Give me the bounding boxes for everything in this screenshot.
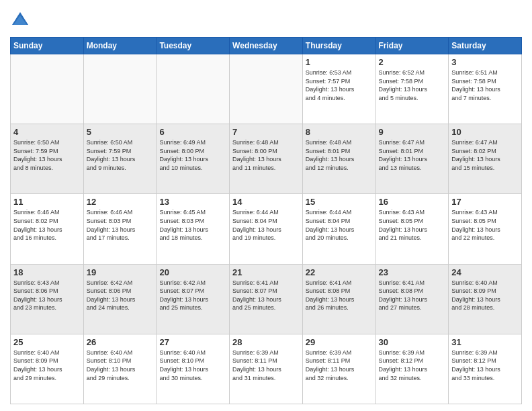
day-info: Sunrise: 6:44 AM Sunset: 8:04 PM Dayligh… (306, 208, 373, 242)
calendar-cell: 5Sunrise: 6:50 AM Sunset: 7:59 PM Daylig… (83, 124, 157, 194)
day-number: 1 (306, 57, 373, 67)
calendar-cell: 29Sunrise: 6:39 AM Sunset: 8:11 PM Dayli… (302, 334, 375, 404)
calendar-cell: 11Sunrise: 6:46 AM Sunset: 8:02 PM Dayli… (11, 194, 84, 264)
weekday-header-tuesday: Tuesday (157, 38, 230, 54)
day-info: Sunrise: 6:40 AM Sunset: 8:10 PM Dayligh… (87, 349, 154, 382)
calendar-week-4: 18Sunrise: 6:43 AM Sunset: 8:06 PM Dayli… (11, 264, 522, 334)
weekday-header-sunday: Sunday (11, 38, 84, 54)
day-number: 27 (159, 337, 226, 347)
day-number: 7 (232, 127, 300, 137)
calendar-cell: 15Sunrise: 6:44 AM Sunset: 8:04 PM Dayli… (302, 194, 375, 264)
calendar-cell: 19Sunrise: 6:42 AM Sunset: 8:06 PM Dayli… (83, 264, 157, 334)
calendar-cell: 21Sunrise: 6:41 AM Sunset: 8:07 PM Dayli… (230, 264, 303, 334)
calendar-cell: 22Sunrise: 6:41 AM Sunset: 8:08 PM Dayli… (302, 264, 375, 334)
calendar-cell: 12Sunrise: 6:46 AM Sunset: 8:03 PM Dayli… (83, 194, 157, 264)
day-number: 15 (306, 197, 373, 207)
calendar-cell (157, 54, 230, 124)
day-info: Sunrise: 6:42 AM Sunset: 8:06 PM Dayligh… (87, 279, 154, 312)
day-info: Sunrise: 6:41 AM Sunset: 8:08 PM Dayligh… (306, 279, 373, 312)
calendar-cell: 7Sunrise: 6:48 AM Sunset: 8:00 PM Daylig… (230, 124, 303, 194)
calendar-cell: 30Sunrise: 6:39 AM Sunset: 8:12 PM Dayli… (375, 334, 449, 404)
calendar-cell: 16Sunrise: 6:43 AM Sunset: 8:05 PM Dayli… (375, 194, 449, 264)
calendar-cell: 24Sunrise: 6:40 AM Sunset: 8:09 PM Dayli… (449, 264, 522, 334)
calendar-cell: 17Sunrise: 6:43 AM Sunset: 8:05 PM Dayli… (449, 194, 522, 264)
day-number: 25 (13, 337, 81, 347)
day-info: Sunrise: 6:47 AM Sunset: 8:02 PM Dayligh… (451, 138, 519, 172)
day-number: 12 (87, 197, 154, 207)
day-info: Sunrise: 6:45 AM Sunset: 8:03 PM Dayligh… (159, 208, 226, 242)
day-number: 28 (232, 337, 300, 347)
day-number: 31 (451, 337, 519, 347)
calendar-cell: 20Sunrise: 6:42 AM Sunset: 8:07 PM Dayli… (157, 264, 230, 334)
day-number: 2 (379, 57, 446, 67)
day-number: 3 (451, 57, 519, 67)
calendar-week-1: 1Sunrise: 6:53 AM Sunset: 7:57 PM Daylig… (11, 54, 522, 124)
day-number: 8 (306, 127, 373, 137)
day-info: Sunrise: 6:42 AM Sunset: 8:07 PM Dayligh… (159, 279, 226, 312)
day-info: Sunrise: 6:40 AM Sunset: 8:09 PM Dayligh… (451, 279, 519, 312)
day-number: 18 (13, 267, 81, 277)
calendar-cell: 14Sunrise: 6:44 AM Sunset: 8:04 PM Dayli… (230, 194, 303, 264)
calendar-cell (83, 54, 157, 124)
day-info: Sunrise: 6:52 AM Sunset: 7:58 PM Dayligh… (379, 68, 446, 102)
calendar-cell: 9Sunrise: 6:47 AM Sunset: 8:01 PM Daylig… (375, 124, 449, 194)
day-info: Sunrise: 6:41 AM Sunset: 8:07 PM Dayligh… (232, 279, 300, 312)
calendar-cell: 31Sunrise: 6:39 AM Sunset: 8:12 PM Dayli… (449, 334, 522, 404)
day-number: 13 (159, 197, 226, 207)
day-number: 26 (87, 337, 154, 347)
calendar-week-5: 25Sunrise: 6:40 AM Sunset: 8:09 PM Dayli… (11, 334, 522, 404)
calendar-cell: 25Sunrise: 6:40 AM Sunset: 8:09 PM Dayli… (11, 334, 84, 404)
day-number: 23 (379, 267, 446, 277)
weekday-header-friday: Friday (375, 38, 449, 54)
day-number: 16 (379, 197, 446, 207)
day-number: 19 (87, 267, 154, 277)
day-info: Sunrise: 6:47 AM Sunset: 8:01 PM Dayligh… (379, 138, 446, 172)
day-info: Sunrise: 6:46 AM Sunset: 8:03 PM Dayligh… (87, 208, 154, 242)
day-number: 22 (306, 267, 373, 277)
day-info: Sunrise: 6:43 AM Sunset: 8:05 PM Dayligh… (451, 208, 519, 242)
page: SundayMondayTuesdayWednesdayThursdayFrid… (0, 0, 532, 411)
day-number: 30 (379, 337, 446, 347)
day-info: Sunrise: 6:46 AM Sunset: 8:02 PM Dayligh… (13, 208, 81, 242)
day-number: 14 (232, 197, 300, 207)
day-info: Sunrise: 6:48 AM Sunset: 8:00 PM Dayligh… (232, 138, 300, 172)
day-info: Sunrise: 6:41 AM Sunset: 8:08 PM Dayligh… (379, 279, 446, 312)
calendar-cell: 6Sunrise: 6:49 AM Sunset: 8:00 PM Daylig… (157, 124, 230, 194)
calendar-table: SundayMondayTuesdayWednesdayThursdayFrid… (10, 37, 522, 404)
calendar-cell: 8Sunrise: 6:48 AM Sunset: 8:01 PM Daylig… (302, 124, 375, 194)
logo-icon (10, 10, 30, 30)
day-number: 6 (159, 127, 226, 137)
calendar-cell: 18Sunrise: 6:43 AM Sunset: 8:06 PM Dayli… (11, 264, 84, 334)
calendar-week-3: 11Sunrise: 6:46 AM Sunset: 8:02 PM Dayli… (11, 194, 522, 264)
calendar-cell: 26Sunrise: 6:40 AM Sunset: 8:10 PM Dayli… (83, 334, 157, 404)
day-number: 17 (451, 197, 519, 207)
calendar-cell: 2Sunrise: 6:52 AM Sunset: 7:58 PM Daylig… (375, 54, 449, 124)
calendar-cell: 4Sunrise: 6:50 AM Sunset: 7:59 PM Daylig… (11, 124, 84, 194)
calendar-cell: 27Sunrise: 6:40 AM Sunset: 8:10 PM Dayli… (157, 334, 230, 404)
day-number: 5 (87, 127, 154, 137)
day-number: 11 (13, 197, 81, 207)
day-info: Sunrise: 6:48 AM Sunset: 8:01 PM Dayligh… (306, 138, 373, 172)
calendar-cell (11, 54, 84, 124)
day-info: Sunrise: 6:44 AM Sunset: 8:04 PM Dayligh… (232, 208, 300, 242)
day-info: Sunrise: 6:40 AM Sunset: 8:10 PM Dayligh… (159, 349, 226, 382)
day-info: Sunrise: 6:43 AM Sunset: 8:06 PM Dayligh… (13, 279, 81, 312)
day-info: Sunrise: 6:39 AM Sunset: 8:12 PM Dayligh… (451, 349, 519, 382)
calendar-cell: 23Sunrise: 6:41 AM Sunset: 8:08 PM Dayli… (375, 264, 449, 334)
weekday-header-row: SundayMondayTuesdayWednesdayThursdayFrid… (11, 38, 522, 54)
weekday-header-thursday: Thursday (302, 38, 375, 54)
day-info: Sunrise: 6:50 AM Sunset: 7:59 PM Dayligh… (87, 138, 154, 172)
day-number: 24 (451, 267, 519, 277)
day-number: 4 (13, 127, 81, 137)
weekday-header-wednesday: Wednesday (230, 38, 303, 54)
weekday-header-saturday: Saturday (449, 38, 522, 54)
day-number: 20 (159, 267, 226, 277)
day-number: 29 (306, 337, 373, 347)
weekday-header-monday: Monday (83, 38, 157, 54)
day-info: Sunrise: 6:39 AM Sunset: 8:11 PM Dayligh… (306, 349, 373, 382)
calendar-cell: 28Sunrise: 6:39 AM Sunset: 8:11 PM Dayli… (230, 334, 303, 404)
day-info: Sunrise: 6:49 AM Sunset: 8:00 PM Dayligh… (159, 138, 226, 172)
calendar-cell (230, 54, 303, 124)
calendar-week-2: 4Sunrise: 6:50 AM Sunset: 7:59 PM Daylig… (11, 124, 522, 194)
day-number: 10 (451, 127, 519, 137)
